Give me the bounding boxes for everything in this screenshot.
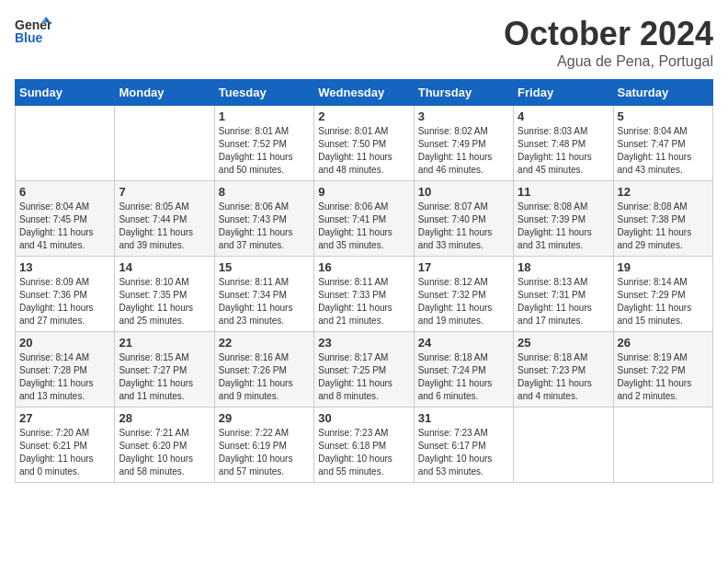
day-number: 19 — [618, 260, 709, 274]
day-number: 3 — [418, 109, 509, 123]
day-number: 23 — [318, 336, 409, 350]
day-number: 15 — [219, 260, 310, 274]
calendar-cell: 7Sunrise: 8:05 AM Sunset: 7:44 PM Daylig… — [115, 181, 214, 257]
day-number: 22 — [219, 336, 310, 350]
calendar-cell: 29Sunrise: 7:22 AM Sunset: 6:19 PM Dayli… — [214, 408, 313, 483]
day-header-wednesday: Wednesday — [314, 80, 414, 106]
logo-icon: General Blue — [15, 15, 51, 48]
calendar-body: 1Sunrise: 8:01 AM Sunset: 7:52 PM Daylig… — [16, 106, 713, 483]
page-header: General Blue October 2024 Agua de Pena, … — [15, 15, 713, 70]
calendar-cell: 28Sunrise: 7:21 AM Sunset: 6:20 PM Dayli… — [115, 408, 214, 483]
day-info: Sunrise: 8:06 AM Sunset: 7:41 PM Dayligh… — [318, 201, 409, 252]
calendar-cell: 26Sunrise: 8:19 AM Sunset: 7:22 PM Dayli… — [613, 332, 712, 408]
day-info: Sunrise: 8:11 AM Sunset: 7:34 PM Dayligh… — [219, 276, 310, 327]
day-number: 16 — [318, 260, 409, 274]
day-header-tuesday: Tuesday — [214, 80, 313, 106]
day-number: 10 — [418, 185, 509, 199]
day-number: 7 — [119, 185, 210, 199]
calendar-cell: 14Sunrise: 8:10 AM Sunset: 7:35 PM Dayli… — [115, 257, 214, 332]
day-info: Sunrise: 8:07 AM Sunset: 7:40 PM Dayligh… — [418, 201, 509, 252]
calendar-cell: 3Sunrise: 8:02 AM Sunset: 7:49 PM Daylig… — [414, 106, 513, 181]
calendar-cell — [16, 106, 115, 181]
day-number: 30 — [318, 411, 409, 425]
calendar-cell: 1Sunrise: 8:01 AM Sunset: 7:52 PM Daylig… — [214, 106, 313, 181]
day-number: 6 — [19, 185, 110, 199]
day-info: Sunrise: 8:14 AM Sunset: 7:29 PM Dayligh… — [618, 276, 709, 327]
calendar-cell: 30Sunrise: 7:23 AM Sunset: 6:18 PM Dayli… — [314, 408, 414, 483]
calendar-cell: 5Sunrise: 8:04 AM Sunset: 7:47 PM Daylig… — [613, 106, 712, 181]
day-info: Sunrise: 8:01 AM Sunset: 7:50 PM Dayligh… — [318, 125, 409, 177]
month-title: October 2024 — [504, 15, 713, 53]
day-info: Sunrise: 8:14 AM Sunset: 7:28 PM Dayligh… — [19, 351, 110, 403]
logo: General Blue — [15, 15, 55, 52]
day-number: 11 — [518, 185, 609, 199]
day-number: 28 — [119, 411, 210, 425]
day-info: Sunrise: 8:16 AM Sunset: 7:26 PM Dayligh… — [219, 351, 310, 403]
calendar-cell: 19Sunrise: 8:14 AM Sunset: 7:29 PM Dayli… — [613, 257, 712, 332]
calendar-cell: 23Sunrise: 8:17 AM Sunset: 7:25 PM Dayli… — [314, 332, 414, 408]
calendar-week-3: 20Sunrise: 8:14 AM Sunset: 7:28 PM Dayli… — [16, 332, 713, 408]
day-number: 2 — [318, 109, 409, 123]
day-info: Sunrise: 8:08 AM Sunset: 7:38 PM Dayligh… — [618, 201, 709, 252]
day-info: Sunrise: 7:22 AM Sunset: 6:19 PM Dayligh… — [219, 427, 310, 478]
calendar-cell: 25Sunrise: 8:18 AM Sunset: 7:23 PM Dayli… — [514, 332, 613, 408]
day-number: 4 — [518, 109, 609, 123]
day-info: Sunrise: 8:12 AM Sunset: 7:32 PM Dayligh… — [418, 276, 509, 327]
calendar-cell: 21Sunrise: 8:15 AM Sunset: 7:27 PM Dayli… — [115, 332, 214, 408]
calendar-week-2: 13Sunrise: 8:09 AM Sunset: 7:36 PM Dayli… — [16, 257, 713, 332]
day-header-sunday: Sunday — [16, 80, 115, 106]
calendar-cell: 2Sunrise: 8:01 AM Sunset: 7:50 PM Daylig… — [314, 106, 414, 181]
day-number: 27 — [19, 411, 110, 425]
day-number: 12 — [618, 185, 709, 199]
day-number: 1 — [219, 109, 310, 123]
day-info: Sunrise: 8:18 AM Sunset: 7:24 PM Dayligh… — [418, 351, 509, 403]
calendar-table: SundayMondayTuesdayWednesdayThursdayFrid… — [15, 79, 713, 483]
day-header-friday: Friday — [514, 80, 613, 106]
calendar-cell: 24Sunrise: 8:18 AM Sunset: 7:24 PM Dayli… — [414, 332, 513, 408]
calendar-cell: 13Sunrise: 8:09 AM Sunset: 7:36 PM Dayli… — [16, 257, 115, 332]
calendar-cell: 10Sunrise: 8:07 AM Sunset: 7:40 PM Dayli… — [414, 181, 513, 257]
day-info: Sunrise: 8:13 AM Sunset: 7:31 PM Dayligh… — [518, 276, 609, 327]
day-info: Sunrise: 8:05 AM Sunset: 7:44 PM Dayligh… — [119, 201, 210, 252]
day-info: Sunrise: 8:18 AM Sunset: 7:23 PM Dayligh… — [518, 351, 609, 403]
day-number: 13 — [19, 260, 110, 274]
calendar-week-0: 1Sunrise: 8:01 AM Sunset: 7:52 PM Daylig… — [16, 106, 713, 181]
day-info: Sunrise: 8:04 AM Sunset: 7:47 PM Dayligh… — [618, 125, 709, 177]
calendar-week-1: 6Sunrise: 8:04 AM Sunset: 7:45 PM Daylig… — [16, 181, 713, 257]
day-number: 18 — [518, 260, 609, 274]
calendar-cell: 22Sunrise: 8:16 AM Sunset: 7:26 PM Dayli… — [214, 332, 313, 408]
day-info: Sunrise: 8:11 AM Sunset: 7:33 PM Dayligh… — [318, 276, 409, 327]
calendar-cell: 8Sunrise: 8:06 AM Sunset: 7:43 PM Daylig… — [214, 181, 313, 257]
day-info: Sunrise: 8:19 AM Sunset: 7:22 PM Dayligh… — [618, 351, 709, 403]
day-info: Sunrise: 8:17 AM Sunset: 7:25 PM Dayligh… — [318, 351, 409, 403]
day-number: 8 — [219, 185, 310, 199]
day-info: Sunrise: 8:04 AM Sunset: 7:45 PM Dayligh… — [19, 201, 110, 252]
day-info: Sunrise: 8:02 AM Sunset: 7:49 PM Dayligh… — [418, 125, 509, 177]
calendar-cell: 12Sunrise: 8:08 AM Sunset: 7:38 PM Dayli… — [613, 181, 712, 257]
calendar-cell: 16Sunrise: 8:11 AM Sunset: 7:33 PM Dayli… — [314, 257, 414, 332]
title-area: October 2024 Agua de Pena, Portugal — [504, 15, 713, 70]
day-header-monday: Monday — [115, 80, 214, 106]
calendar-week-4: 27Sunrise: 7:20 AM Sunset: 6:21 PM Dayli… — [16, 408, 713, 483]
day-number: 5 — [618, 109, 709, 123]
day-number: 26 — [618, 336, 709, 350]
calendar-header-row: SundayMondayTuesdayWednesdayThursdayFrid… — [16, 80, 713, 106]
calendar-cell: 18Sunrise: 8:13 AM Sunset: 7:31 PM Dayli… — [514, 257, 613, 332]
calendar-cell — [514, 408, 613, 483]
day-info: Sunrise: 8:08 AM Sunset: 7:39 PM Dayligh… — [518, 201, 609, 252]
day-info: Sunrise: 7:21 AM Sunset: 6:20 PM Dayligh… — [119, 427, 210, 478]
day-info: Sunrise: 8:10 AM Sunset: 7:35 PM Dayligh… — [119, 276, 210, 327]
calendar-cell: 31Sunrise: 7:23 AM Sunset: 6:17 PM Dayli… — [414, 408, 513, 483]
day-number: 17 — [418, 260, 509, 274]
day-number: 21 — [119, 336, 210, 350]
day-number: 31 — [418, 411, 509, 425]
day-number: 9 — [318, 185, 409, 199]
day-number: 25 — [518, 336, 609, 350]
svg-text:Blue: Blue — [15, 30, 43, 45]
day-number: 24 — [418, 336, 509, 350]
calendar-cell: 4Sunrise: 8:03 AM Sunset: 7:48 PM Daylig… — [514, 106, 613, 181]
day-info: Sunrise: 8:09 AM Sunset: 7:36 PM Dayligh… — [19, 276, 110, 327]
day-header-saturday: Saturday — [613, 80, 712, 106]
calendar-cell — [115, 106, 214, 181]
calendar-cell: 17Sunrise: 8:12 AM Sunset: 7:32 PM Dayli… — [414, 257, 513, 332]
